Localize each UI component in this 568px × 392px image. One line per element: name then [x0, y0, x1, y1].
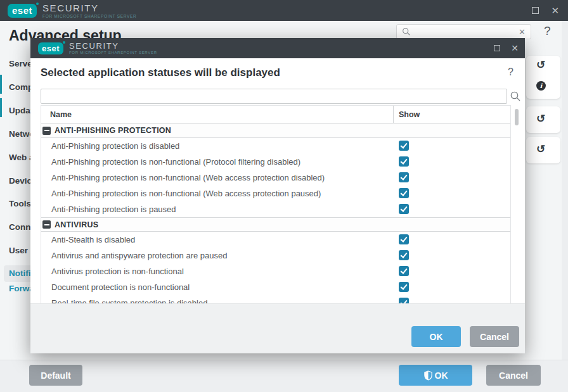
collapse-icon[interactable]: [42, 220, 51, 229]
search-clear-icon[interactable]: ✕: [519, 28, 526, 36]
info-icon[interactable]: i: [536, 81, 546, 91]
status-name: Anti-Phishing protection is non-function…: [41, 157, 300, 167]
product-subtitle: FOR MICROSOFT SHAREPOINT SERVER: [42, 14, 136, 18]
show-checkbox[interactable]: [399, 204, 409, 214]
revert-icon[interactable]: ↺: [536, 142, 545, 156]
revert-icon[interactable]: ↺: [536, 58, 545, 72]
status-name: Document protection is non-functional: [41, 282, 190, 292]
dialog-footer: OK Cancel: [30, 303, 525, 353]
group-header[interactable]: ANTIVIRUS: [41, 217, 510, 232]
status-name: Anti-Stealth is disabled: [41, 235, 135, 244]
close-icon[interactable]: ✕: [551, 6, 559, 15]
status-row: Anti-Phishing protection is non-function…: [41, 154, 510, 170]
shield-icon: [423, 370, 433, 381]
status-row: Anti-Phishing protection is paused: [41, 201, 510, 217]
ok-button[interactable]: OK: [399, 365, 472, 386]
status-row: Antivirus and antispyware protection are…: [41, 248, 510, 263]
settings-card: ↺ i: [526, 56, 560, 99]
revert-icon[interactable]: ↺: [536, 112, 545, 125]
status-row: Document protection is non-functional: [41, 279, 510, 295]
maximize-icon[interactable]: [494, 45, 500, 51]
status-name: Antivirus and antispyware protection are…: [41, 251, 228, 260]
show-checkbox[interactable]: [399, 298, 409, 303]
eset-brand: eset SECURITY FOR MICROSOFT SHAREPOINT S…: [30, 42, 157, 55]
modified-marker: [0, 98, 2, 117]
dialog-titlebar: eset SECURITY FOR MICROSOFT SHAREPOINT S…: [30, 38, 525, 58]
eset-logo: eset: [38, 42, 63, 54]
dialog-search-input[interactable]: [41, 89, 507, 104]
status-row: Anti-Stealth is disabled: [41, 232, 510, 248]
show-checkbox[interactable]: [399, 172, 409, 182]
app-screen: eset SECURITY FOR MICROSOFT SHAREPOINT S…: [0, 0, 568, 392]
column-name[interactable]: Name: [41, 106, 393, 123]
collapse-icon[interactable]: [42, 127, 51, 135]
main-titlebar: eset SECURITY FOR MICROSOFT SHAREPOINT S…: [0, 0, 568, 21]
status-name: Anti-Phishing protection is disabled: [41, 141, 179, 151]
dialog-ok-button[interactable]: OK: [411, 326, 461, 347]
status-name: Anti-Phishing protection is non-function…: [41, 173, 325, 182]
search-icon: [510, 91, 521, 102]
show-checkbox[interactable]: [399, 266, 409, 276]
eset-logo: eset: [8, 4, 37, 18]
product-subtitle: FOR MICROSOFT SHAREPOINT SERVER: [69, 51, 157, 54]
close-icon[interactable]: ✕: [511, 44, 519, 53]
dialog-title: Selected application statuses will be di…: [41, 66, 280, 79]
product-name: SECURITY: [69, 42, 157, 50]
status-table: Name Show ANTI-PHISHING PROTECTIONAnti-P…: [41, 105, 511, 303]
status-row: Real-time file system protection is disa…: [41, 295, 510, 303]
dialog-cancel-button[interactable]: Cancel: [470, 326, 519, 347]
settings-card: ↺: [526, 137, 560, 163]
status-row: Anti-Phishing protection is non-function…: [41, 186, 510, 201]
show-checkbox[interactable]: [399, 250, 409, 260]
table-header: Name Show: [41, 106, 510, 123]
default-button[interactable]: Default: [29, 365, 82, 386]
show-checkbox[interactable]: [399, 282, 409, 292]
main-search-input[interactable]: [415, 27, 515, 36]
status-name: Anti-Phishing protection is paused: [41, 205, 176, 214]
main-footer: Default OK Cancel: [0, 360, 568, 392]
status-row: Anti-Phishing protection is disabled: [41, 138, 510, 154]
dialog-search-box: [41, 89, 521, 104]
main-search-box[interactable]: ✕: [396, 24, 531, 39]
main-scrollbar[interactable]: [562, 21, 568, 360]
modified-marker: [0, 75, 2, 94]
show-checkbox[interactable]: [399, 156, 409, 167]
ok-button-label: OK: [435, 370, 448, 381]
main-help-icon[interactable]: ?: [544, 24, 551, 38]
show-checkbox[interactable]: [399, 141, 409, 151]
status-name: Real-time file system protection is disa…: [41, 298, 207, 303]
dialog-scrollbar-thumb[interactable]: [515, 109, 519, 125]
status-list: ANTI-PHISHING PROTECTIONAnti-Phishing pr…: [41, 123, 510, 303]
eset-brand: eset SECURITY FOR MICROSOFT SHAREPOINT S…: [0, 3, 136, 18]
status-name: Anti-Phishing protection is non-function…: [41, 189, 321, 198]
statuses-dialog: eset SECURITY FOR MICROSOFT SHAREPOINT S…: [30, 38, 525, 353]
product-name: SECURITY: [42, 3, 136, 13]
show-checkbox[interactable]: [399, 188, 409, 198]
status-row: Antivirus protection is non-functional: [41, 263, 510, 279]
maximize-icon[interactable]: [532, 7, 539, 14]
show-checkbox[interactable]: [399, 234, 409, 244]
group-header[interactable]: ANTI-PHISHING PROTECTION: [41, 123, 510, 138]
status-name: Antivirus protection is non-functional: [41, 267, 184, 276]
cancel-button[interactable]: Cancel: [486, 365, 541, 386]
dialog-help-icon[interactable]: ?: [508, 66, 515, 78]
search-icon: [402, 27, 411, 36]
settings-card: ↺: [526, 106, 560, 133]
column-show[interactable]: Show: [393, 106, 510, 123]
group-label: ANTIVIRUS: [55, 220, 98, 229]
group-label: ANTI-PHISHING PROTECTION: [55, 126, 171, 135]
status-row: Anti-Phishing protection is non-function…: [41, 170, 510, 186]
